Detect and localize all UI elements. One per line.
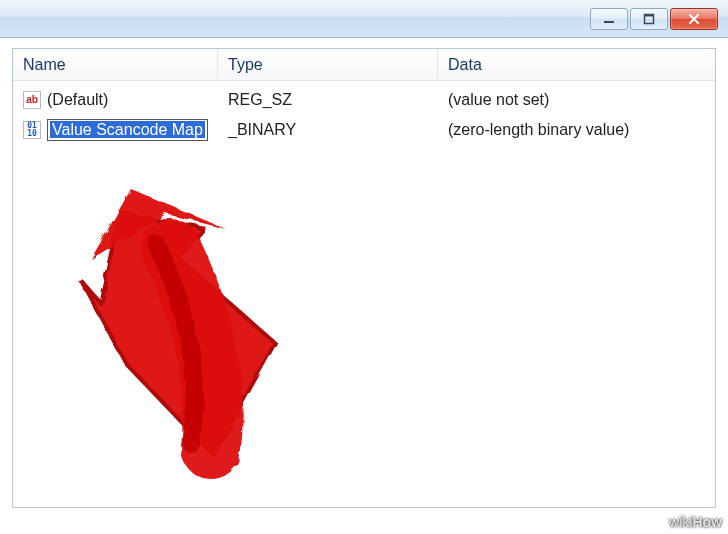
rename-input[interactable]: Value Scancode Map [47,119,208,141]
watermark-wiki: wiki [669,514,692,530]
value-name: (Default) [47,91,108,109]
watermark-how: How [692,514,722,530]
close-button[interactable] [670,8,718,30]
svg-rect-2 [645,14,654,16]
column-header-type[interactable]: Type [218,49,438,80]
value-type: _BINARY [218,121,438,139]
column-header-name[interactable]: Name [13,49,218,80]
svg-rect-0 [604,21,614,23]
value-type: REG_SZ [218,91,438,109]
binary-value-icon: 0110 [23,121,41,139]
table-row[interactable]: 0110 Value Scancode Map _BINARY (zero-le… [13,115,715,145]
minimize-button[interactable] [590,8,628,30]
list-body: ab (Default) REG_SZ (value not set) 0110… [13,81,715,145]
value-data: (value not set) [438,91,715,109]
list-header: Name Type Data [13,49,715,81]
maximize-button[interactable] [630,8,668,30]
string-value-icon: ab [23,91,41,109]
close-icon [687,13,701,25]
registry-list-panel: Name Type Data ab (Default) REG_SZ (valu… [12,48,716,508]
window-titlebar [0,0,728,38]
table-row[interactable]: ab (Default) REG_SZ (value not set) [13,85,715,115]
watermark: wikiHow [669,514,722,530]
maximize-icon [643,13,655,25]
column-header-data[interactable]: Data [438,49,715,80]
annotation-arrow [61,179,341,479]
minimize-icon [603,13,615,25]
value-data: (zero-length binary value) [438,121,715,139]
